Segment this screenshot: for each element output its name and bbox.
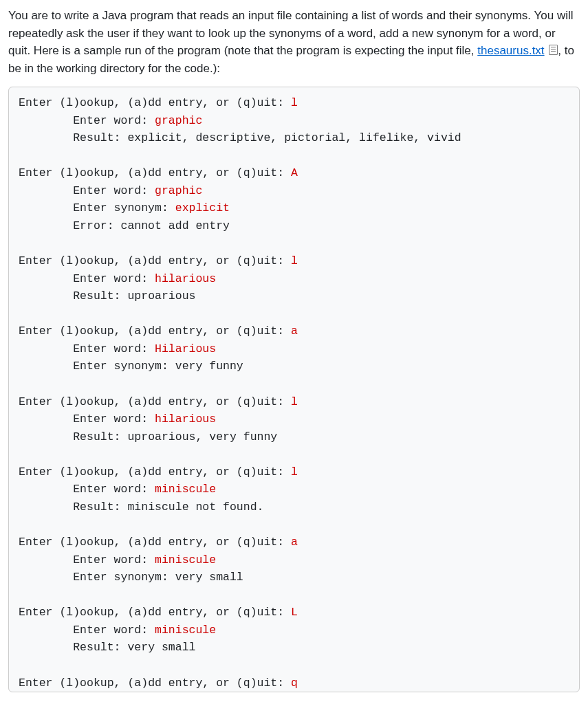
user-input: L — [291, 606, 298, 619]
prompt-main: Enter (l)ookup, (a)dd entry, or (q)uit: — [19, 166, 291, 179]
prompt-word: Enter word: — [73, 272, 155, 285]
result-label: Result: — [73, 500, 127, 514]
user-input: l — [291, 96, 298, 109]
user-input: very funny — [175, 360, 243, 373]
user-input: A — [291, 166, 298, 179]
prompt-main: Enter (l)ookup, (a)dd entry, or (q)uit: — [19, 536, 291, 549]
file-link[interactable]: thesaurus.txt — [477, 44, 544, 57]
prompt-main: Enter (l)ookup, (a)dd entry, or (q)uit: — [19, 676, 291, 690]
user-input: q — [291, 676, 298, 690]
user-input: graphic — [155, 184, 202, 197]
prompt-main: Enter (l)ookup, (a)dd entry, or (q)uit: — [19, 254, 291, 267]
prompt-word: Enter word: — [73, 483, 155, 496]
user-input: a — [291, 324, 298, 338]
user-input: hilarious — [155, 412, 216, 426]
result-text: uproarious, very funny — [127, 430, 277, 443]
user-input: very small — [175, 571, 243, 584]
user-input: Hilarious — [155, 342, 216, 355]
result-text: uproarious — [127, 289, 195, 302]
user-input: l — [291, 465, 298, 478]
prompt-synonym: Enter synonym: — [73, 201, 175, 214]
user-input: miniscule — [155, 553, 216, 566]
problem-description: You are to write a Java program that rea… — [8, 7, 580, 77]
prompt-main: Enter (l)ookup, (a)dd entry, or (q)uit: — [19, 96, 291, 109]
prompt-main: Enter (l)ookup, (a)dd entry, or (q)uit: — [19, 324, 291, 338]
user-input: graphic — [155, 114, 202, 127]
prompt-word: Enter word: — [73, 184, 155, 197]
prompt-main: Enter (l)ookup, (a)dd entry, or (q)uit: — [19, 606, 291, 619]
error-text: cannot add entry — [121, 219, 230, 232]
file-icon[interactable] — [549, 45, 558, 55]
prompt-word: Enter word: — [73, 553, 155, 566]
prompt-main: Enter (l)ookup, (a)dd entry, or (q)uit: — [19, 395, 291, 408]
prompt-word: Enter word: — [73, 342, 155, 355]
user-input: l — [291, 254, 298, 267]
prompt-main: Enter (l)ookup, (a)dd entry, or (q)uit: — [19, 465, 291, 478]
prompt-synonym: Enter synonym: — [73, 360, 175, 373]
sample-run-console: Enter (l)ookup, (a)dd entry, or (q)uit: … — [8, 87, 580, 692]
result-text: very small — [127, 641, 195, 654]
user-input: hilarious — [155, 272, 216, 285]
user-input: a — [291, 536, 298, 549]
error-label: Error: — [73, 219, 120, 232]
result-label: Result: — [73, 131, 127, 144]
prompt-word: Enter word: — [73, 412, 155, 426]
result-label: Result: — [73, 430, 127, 443]
user-input: miniscule — [155, 624, 216, 637]
user-input: explicit — [175, 201, 230, 214]
prompt-word: Enter word: — [73, 624, 155, 637]
user-input: l — [291, 395, 298, 408]
user-input: miniscule — [155, 483, 216, 496]
prompt-synonym: Enter synonym: — [73, 571, 175, 584]
result-label: Result: — [73, 641, 127, 654]
result-label: Result: — [73, 289, 127, 302]
result-text: miniscule not found. — [127, 500, 263, 514]
result-text: explicit, descriptive, pictorial, lifeli… — [127, 131, 461, 144]
prompt-word: Enter word: — [73, 114, 155, 127]
